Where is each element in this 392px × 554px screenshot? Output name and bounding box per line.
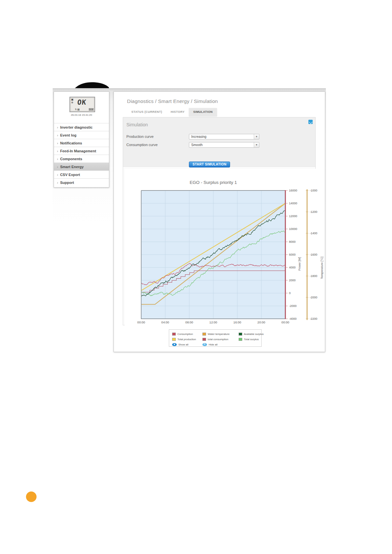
total-surplus-swatch: [239, 338, 242, 341]
consumption-curve-value: Smooth: [191, 143, 202, 147]
legend-item-total-consumption[interactable]: total consumption: [202, 337, 239, 342]
svg-text:14000: 14000: [289, 202, 297, 205]
legend-label: Total surplus: [244, 338, 259, 341]
sidebar-item-feed-in-management[interactable]: ›Feed-In Management: [54, 147, 109, 155]
tab-simulation[interactable]: SIMULATION: [189, 108, 217, 116]
svg-text:-2200: -2200: [310, 317, 317, 320]
start-simulation-button[interactable]: START SIMULATION: [189, 162, 230, 167]
hide-all-button[interactable]: Hide all: [202, 342, 239, 347]
svg-text:-4000: -4000: [289, 317, 297, 320]
chart-legend: Consumption Water temperature Available …: [169, 329, 262, 347]
chevron-right-icon: ›: [57, 157, 58, 161]
svg-text:12000: 12000: [289, 214, 297, 218]
svg-text:-1000: -1000: [310, 189, 317, 192]
sidebar-item-label: CSV Export: [60, 173, 80, 177]
chevron-right-icon: ›: [57, 149, 58, 153]
svg-text:Power [W]: Power [W]: [298, 257, 301, 271]
sidebar-item-csv-export[interactable]: ›CSV Export: [54, 170, 109, 178]
sidebar-item-label: Components: [60, 157, 82, 161]
sidebar-menu: ›Inverter diagnostic ›Event log ›Notific…: [54, 123, 109, 186]
section-heading: Simulation: [126, 122, 148, 127]
consumption-curve-select[interactable]: Smooth ▼: [189, 142, 259, 148]
sidebar-item-label: Notifications: [60, 141, 82, 145]
chevron-down-icon[interactable]: ▼: [254, 142, 259, 147]
svg-text:08:00: 08:00: [185, 320, 193, 324]
page-title: Diagnostics / Smart Energy / Simulation: [127, 98, 218, 104]
svg-text:-1600: -1600: [310, 253, 317, 256]
chevron-right-icon: ›: [57, 173, 58, 177]
svg-text:-2000: -2000: [310, 296, 317, 299]
sidebar: ▣⊕ OK ↯▦ 26.03.16 15:41:20 ›Inverter dia…: [54, 91, 109, 188]
sidebar-item-label: Event log: [60, 133, 77, 137]
lcd-status-text: OK: [77, 98, 87, 106]
legend-label: total consumption: [208, 338, 228, 341]
tab-status-current[interactable]: STATUS (CURRENT): [127, 108, 167, 116]
show-all-button[interactable]: Show all: [172, 342, 202, 347]
sidebar-item-support[interactable]: ›Support: [54, 178, 109, 186]
svg-text:16000: 16000: [289, 189, 297, 192]
chevron-right-icon: ›: [57, 133, 58, 137]
chevron-down-icon[interactable]: ▼: [254, 134, 259, 139]
available-surplus-swatch: [239, 333, 242, 336]
svg-text:2000: 2000: [289, 279, 296, 282]
production-curve-select[interactable]: Increasing ▼: [189, 134, 259, 139]
water-temperature-swatch: [202, 333, 206, 336]
consumption-curve-label: Consumption curve: [126, 143, 158, 147]
legend-item-total-production[interactable]: Total production: [172, 337, 202, 342]
battery-icon: [89, 108, 93, 111]
tab-history[interactable]: HISTORY: [167, 108, 189, 116]
legend-label: Available surplus: [244, 333, 264, 336]
svg-text:4000: 4000: [289, 266, 296, 269]
device-timestamp: 26.03.16 15:41:20: [54, 113, 109, 116]
production-curve-value: Increasing: [191, 135, 206, 138]
sidebar-item-label: Inverter diagnostic: [60, 125, 92, 129]
svg-text:10000: 10000: [289, 227, 297, 231]
eye-off-icon: [202, 343, 207, 346]
sidebar-item-components[interactable]: ›Components: [54, 155, 109, 163]
legend-label: Water temperature: [208, 333, 229, 336]
simulation-chart: EGO - Surplus priority 11600014000120001…: [124, 167, 326, 328]
svg-text:8000: 8000: [289, 240, 296, 243]
svg-text:-2000: -2000: [289, 304, 297, 308]
svg-text:EGO - Surplus priority 1: EGO - Surplus priority 1: [190, 180, 237, 185]
chevron-right-icon: ›: [57, 181, 58, 185]
document-page: ▣⊕ OK ↯▦ 26.03.16 15:41:20 ›Inverter dia…: [0, 0, 392, 554]
svg-text:Temperature [°C]: Temperature [°C]: [320, 257, 324, 279]
lcd-mode-icons: ↯▦: [75, 108, 80, 111]
legend-item-consumption[interactable]: Consumption: [172, 331, 202, 337]
sidebar-item-label: Smart Energy: [60, 165, 84, 169]
simulation-form: Simulation Production curve Increasing ▼…: [123, 117, 315, 167]
chart-export-icon[interactable]: [308, 120, 313, 124]
production-curve-label: Production curve: [126, 135, 154, 138]
svg-text:6000: 6000: [289, 253, 296, 256]
sidebar-item-event-log[interactable]: ›Event log: [54, 131, 109, 139]
tab-bar: STATUS (CURRENT) HISTORY SIMULATION: [127, 108, 217, 116]
svg-text:20:00: 20:00: [257, 320, 265, 324]
legend-label: Consumption: [177, 333, 193, 336]
chevron-right-icon: ›: [57, 141, 58, 145]
chevron-right-icon: ›: [57, 165, 58, 169]
main-panel: Diagnostics / Smart Energy / Simulation …: [114, 91, 325, 352]
svg-text:-1400: -1400: [310, 232, 317, 235]
inverter-lcd-display: ▣⊕ OK ↯▦: [69, 97, 95, 112]
svg-text:0: 0: [289, 291, 291, 295]
sidebar-item-label: Feed-In Management: [60, 149, 96, 153]
legend-item-available-surplus[interactable]: Available surplus: [239, 331, 264, 337]
svg-text:00:00: 00:00: [281, 320, 289, 324]
svg-text:16:00: 16:00: [233, 320, 241, 324]
svg-text:00:00: 00:00: [137, 320, 145, 324]
total-production-swatch: [172, 338, 176, 341]
svg-text:12:00: 12:00: [209, 320, 217, 324]
sidebar-item-smart-energy[interactable]: ›Smart Energy: [54, 163, 109, 170]
sidebar-item-notifications[interactable]: ›Notifications: [54, 139, 109, 147]
legend-action-label: Show all: [178, 343, 188, 346]
sidebar-item-label: Support: [60, 181, 74, 185]
legend-label: Total production: [177, 338, 196, 341]
legend-item-water-temperature[interactable]: Water temperature: [202, 331, 239, 337]
legend-item-total-surplus[interactable]: Total surplus: [239, 337, 264, 342]
app-screenshot-region: ▣⊕ OK ↯▦ 26.03.16 15:41:20 ›Inverter dia…: [53, 88, 326, 351]
lcd-status-icons: ▣⊕: [71, 98, 74, 104]
svg-text:04:00: 04:00: [161, 320, 169, 324]
svg-text:-1800: -1800: [310, 274, 317, 278]
sidebar-item-inverter-diagnostic[interactable]: ›Inverter diagnostic: [54, 123, 109, 131]
